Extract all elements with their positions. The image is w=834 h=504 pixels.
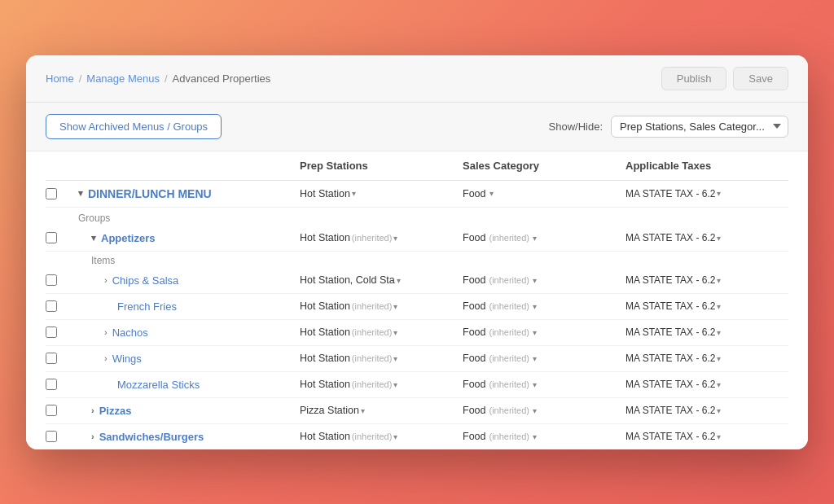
breadcrumb-current: Advanced Properties xyxy=(173,72,271,85)
row-checkbox-mozz[interactable] xyxy=(46,379,75,390)
checkbox-wings[interactable] xyxy=(46,353,57,364)
checkbox-sandwiches[interactable] xyxy=(46,431,57,442)
chevron-down-icon[interactable]: ▾ xyxy=(91,233,96,243)
chevron-right-icon[interactable]: › xyxy=(91,405,94,415)
item-category-value: Food xyxy=(463,379,486,390)
show-hide-select[interactable]: Prep Stations, Sales Categor... xyxy=(611,116,788,138)
row-checkbox-wings[interactable] xyxy=(46,353,75,364)
col-applicable-taxes: Applicable Taxes xyxy=(626,160,788,172)
cat-inherited-label: (inherited) xyxy=(489,275,530,285)
show-hide-area: Show/Hide: Prep Stations, Sales Categor.… xyxy=(549,116,788,138)
row-checkbox-fries[interactable] xyxy=(46,300,75,312)
item-taxes-value: MA STATE TAX - 6.2 xyxy=(626,300,715,312)
chevron-down-icon[interactable]: ▾ xyxy=(78,188,83,199)
category-dropdown-arrow[interactable]: ▾ xyxy=(533,302,537,311)
chevron-right-icon[interactable]: › xyxy=(104,275,108,285)
table-row: ▾ DINNER/LUNCH MENU Hot Station ▾ Food ▾… xyxy=(46,181,788,208)
group-prep-cell: Pizza Station ▾ xyxy=(300,405,463,416)
prep-dropdown-arrow[interactable]: ▾ xyxy=(397,276,401,285)
category-dropdown-arrow[interactable]: ▾ xyxy=(533,234,537,243)
category-dropdown-arrow[interactable]: ▾ xyxy=(533,432,537,441)
checkbox-menu[interactable] xyxy=(46,188,57,199)
group-category-cell: Food (inherited) ▾ xyxy=(463,405,626,416)
group-title: Pizzas xyxy=(99,405,132,417)
breadcrumb-manage-menus[interactable]: Manage Menus xyxy=(86,72,160,85)
category-dropdown-arrow[interactable]: ▾ xyxy=(533,406,537,415)
category-dropdown-arrow[interactable]: ▾ xyxy=(533,354,537,363)
item-title: Nachos xyxy=(112,327,148,339)
group-taxes-cell: MA STATE TAX - 6.2 ▾ xyxy=(626,405,788,416)
chevron-right-icon[interactable]: › xyxy=(104,327,108,337)
breadcrumb-home[interactable]: Home xyxy=(46,72,74,85)
publish-button[interactable]: Publish xyxy=(661,67,727,90)
category-dropdown-arrow[interactable]: ▾ xyxy=(533,276,537,285)
item-prep-value: Hot Station xyxy=(300,379,350,390)
group-category-cell: Food (inherited) ▾ xyxy=(463,431,626,442)
prep-dropdown-arrow[interactable]: ▾ xyxy=(393,234,397,243)
category-dropdown-arrow[interactable]: ▾ xyxy=(533,380,537,389)
checkbox-nachos[interactable] xyxy=(46,327,57,338)
prep-dropdown-arrow[interactable]: ▾ xyxy=(393,380,397,389)
taxes-dropdown-arrow[interactable]: ▾ xyxy=(717,189,721,198)
show-archived-button[interactable]: Show Archived Menus / Groups xyxy=(46,114,222,139)
group-taxes-cell: MA STATE TAX - 6.2 ▾ xyxy=(626,232,788,243)
item-taxes-value: MA STATE TAX - 6.2 xyxy=(626,379,715,390)
prep-dropdown-arrow[interactable]: ▾ xyxy=(393,432,397,441)
cat-inherited-label: (inherited) xyxy=(489,432,530,441)
taxes-dropdown-arrow[interactable]: ▾ xyxy=(717,406,721,415)
taxes-dropdown-arrow[interactable]: ▾ xyxy=(717,432,721,441)
item-taxes-cell: MA STATE TAX - 6.2 ▾ xyxy=(626,327,788,338)
item-category-cell: Food (inherited) ▾ xyxy=(463,300,626,312)
taxes-dropdown-arrow[interactable]: ▾ xyxy=(717,302,721,311)
group-row-name: ▾ Appetizers xyxy=(75,232,300,244)
item-prep-cell: Hot Station (inherited) ▾ xyxy=(300,327,463,338)
prep-inherited-label: (inherited) xyxy=(352,327,393,337)
taxes-dropdown-arrow[interactable]: ▾ xyxy=(717,276,721,285)
prep-dropdown-arrow[interactable]: ▾ xyxy=(393,328,397,337)
save-button[interactable]: Save xyxy=(733,67,788,90)
table-row: ▾ Appetizers Hot Station (inherited) ▾ F… xyxy=(46,226,788,252)
prep-dropdown-arrow[interactable]: ▾ xyxy=(361,406,365,415)
menu-category-value: Food xyxy=(463,188,486,199)
cat-inherited-label: (inherited) xyxy=(489,405,530,415)
table-row: › Pizzas Pizza Station ▾ Food (inherited… xyxy=(46,398,788,424)
taxes-dropdown-arrow[interactable]: ▾ xyxy=(717,380,721,389)
menu-taxes-value: MA STATE TAX - 6.2 xyxy=(626,188,715,199)
item-title: Chips & Salsa xyxy=(112,274,179,287)
item-prep-cell: Hot Station (inherited) ▾ xyxy=(300,353,463,364)
row-checkbox-pizzas[interactable] xyxy=(46,405,75,416)
prep-dropdown-arrow[interactable]: ▾ xyxy=(393,354,397,363)
col-name xyxy=(75,160,300,172)
category-dropdown-arrow[interactable]: ▾ xyxy=(489,189,494,198)
header-buttons: Publish Save xyxy=(661,67,788,90)
item-category-value: Food xyxy=(463,300,486,312)
item-row-name: French Fries xyxy=(75,300,300,313)
row-checkbox-menu[interactable] xyxy=(46,188,75,199)
prep-inherited-label: (inherited) xyxy=(352,301,393,311)
checkbox-chips[interactable] xyxy=(46,274,57,286)
item-prep-value: Hot Station, Cold Sta xyxy=(300,274,395,286)
item-prep-cell: Hot Station (inherited) ▾ xyxy=(300,300,463,312)
item-category-value: Food xyxy=(463,353,486,364)
row-checkbox-nachos[interactable] xyxy=(46,327,75,338)
prep-dropdown-arrow[interactable]: ▾ xyxy=(352,189,356,198)
chevron-right-icon[interactable]: › xyxy=(91,432,94,441)
prep-dropdown-arrow[interactable]: ▾ xyxy=(393,302,397,311)
item-category-cell: Food (inherited) ▾ xyxy=(463,379,626,390)
row-checkbox-sandwiches[interactable] xyxy=(46,431,75,442)
main-window: Home / Manage Menus / Advanced Propertie… xyxy=(26,55,808,449)
row-checkbox-chips[interactable] xyxy=(46,274,75,286)
checkbox-appetizers[interactable] xyxy=(46,232,57,243)
item-prep-cell: Hot Station, Cold Sta ▾ xyxy=(300,274,463,286)
table-row: › Nachos Hot Station (inherited) ▾ Food … xyxy=(46,320,788,346)
taxes-dropdown-arrow[interactable]: ▾ xyxy=(717,328,721,337)
group-prep-value: Hot Station xyxy=(300,232,350,243)
taxes-dropdown-arrow[interactable]: ▾ xyxy=(717,234,721,243)
taxes-dropdown-arrow[interactable]: ▾ xyxy=(717,354,721,363)
chevron-right-icon[interactable]: › xyxy=(104,353,108,363)
checkbox-fries[interactable] xyxy=(46,300,57,312)
row-checkbox-appetizers[interactable] xyxy=(46,232,75,243)
category-dropdown-arrow[interactable]: ▾ xyxy=(533,328,537,337)
checkbox-mozz[interactable] xyxy=(46,379,57,390)
checkbox-pizzas[interactable] xyxy=(46,405,57,416)
